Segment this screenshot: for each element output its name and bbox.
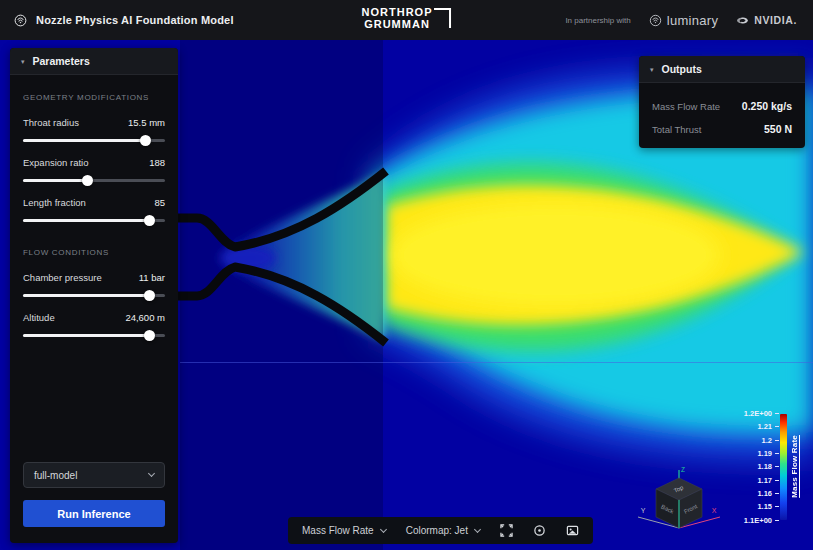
viewport-toolbar: Mass Flow Rate Colormap: Jet (288, 517, 593, 544)
gizmo-axis-z: Z (681, 466, 685, 473)
northrop-grumman-logo: NORTHROP GRUMMAN (362, 7, 452, 30)
luminary-logo: luminary (649, 13, 719, 28)
run-inference-button[interactable]: Run Inference (23, 500, 165, 527)
slider-label: Chamber pressure (23, 272, 102, 283)
slider-value: 85 (154, 197, 165, 208)
slider-track[interactable] (23, 139, 165, 142)
collapse-caret-icon: ▾ (21, 58, 25, 65)
slider-length-fraction: Length fraction 85 (23, 197, 165, 222)
colorbar-tick: 1.19 (744, 447, 779, 460)
slider-label: Expansion ratio (23, 157, 88, 168)
model-select[interactable]: full-model (23, 462, 165, 488)
luminary-icon (649, 14, 662, 27)
output-label: Mass Flow Rate (652, 101, 720, 112)
section-flow-conditions: FLOW CONDITIONS (23, 248, 165, 257)
field-select-value: Mass Flow Rate (302, 525, 374, 536)
app-window: Nozzle Physics AI Foundation Model NORTH… (0, 0, 813, 550)
output-row-total-thrust: Total Thrust 550 N (652, 123, 792, 135)
section-geometry-modifications: GEOMETRY MODIFICATIONS (23, 93, 165, 102)
slider-thumb[interactable] (82, 175, 93, 186)
colorbar-tick: 1.21 (744, 420, 779, 433)
colorbar-tick: 1.15 (744, 500, 779, 513)
outputs-title: Outputs (662, 63, 702, 75)
gizmo-axis-x: X (712, 507, 717, 514)
luminary-wordmark: luminary (667, 13, 719, 28)
ng-bracket-mark (434, 8, 451, 28)
field-select[interactable]: Mass Flow Rate (302, 525, 386, 536)
gizmo-axis-y: Y (641, 507, 646, 514)
ng-line1: NORTHROP (362, 7, 433, 19)
orientation-gizmo[interactable]: Top Back Front Y X Z (630, 460, 725, 538)
colormap-select-value: Colormap: Jet (406, 525, 468, 536)
colorbar-tick: 1.2 (744, 434, 779, 447)
outputs-panel-header[interactable]: ▾ Outputs (639, 56, 805, 83)
output-label: Total Thrust (652, 124, 701, 135)
ng-line2: GRUMMAN (362, 19, 433, 31)
parameters-panel-header[interactable]: ▾ Parameters (10, 48, 178, 75)
chevron-down-icon (474, 525, 481, 532)
slider-label: Length fraction (23, 197, 86, 208)
colorbar-tick: 1.17 (744, 473, 779, 486)
chevron-down-icon (380, 525, 387, 532)
colorbar: 1.2E+00 1.21 1.2 1.19 1.18 1.17 1.16 1.1… (744, 407, 799, 527)
domain-boundary-line (180, 362, 813, 363)
slider-chamber-pressure: Chamber pressure 11 bar (23, 272, 165, 297)
slider-throat-radius: Throat radius 15.5 mm (23, 117, 165, 142)
slider-label: Throat radius (23, 117, 79, 128)
slider-track[interactable] (23, 334, 165, 337)
slider-thumb[interactable] (144, 215, 155, 226)
collapse-caret-icon: ▾ (650, 66, 654, 73)
slider-label: Altitude (23, 312, 55, 323)
nvidia-wordmark: NVIDIA. (754, 14, 797, 26)
fullscreen-icon[interactable] (500, 524, 513, 537)
colorbar-title: Mass Flow Rate (790, 435, 799, 498)
colorbar-tick: 1.18 (744, 460, 779, 473)
colorbar-tick: 1.1E+00 (744, 513, 779, 526)
parameters-title: Parameters (33, 55, 90, 67)
slider-expansion-ratio: Expansion ratio 188 (23, 157, 165, 182)
app-title: Nozzle Physics AI Foundation Model (36, 14, 234, 26)
slider-value: 188 (149, 157, 165, 168)
model-select-value: full-model (34, 470, 77, 481)
nvidia-eye-icon (736, 14, 749, 27)
outputs-panel: ▾ Outputs Mass Flow Rate 0.250 kg/s Tota… (639, 56, 805, 148)
slider-value: 11 bar (139, 272, 165, 283)
partnership-label: In partnership with (565, 16, 630, 25)
colorbar-gradient (780, 414, 787, 520)
slider-value: 24,600 m (125, 312, 165, 323)
recenter-icon[interactable] (533, 524, 546, 537)
slider-value: 15.5 mm (128, 117, 165, 128)
slider-thumb[interactable] (144, 290, 155, 301)
output-row-mass-flow-rate: Mass Flow Rate 0.250 kg/s (652, 100, 792, 112)
colormap-select[interactable]: Colormap: Jet (406, 525, 480, 536)
slider-thumb[interactable] (140, 135, 151, 146)
colorbar-ticks: 1.2E+00 1.21 1.2 1.19 1.18 1.17 1.16 1.1… (744, 407, 779, 527)
output-value: 0.250 kg/s (742, 100, 792, 112)
slider-track[interactable] (23, 294, 165, 297)
output-value: 550 N (764, 123, 792, 135)
slider-track[interactable] (23, 219, 165, 222)
slider-track[interactable] (23, 179, 165, 182)
header-bar: Nozzle Physics AI Foundation Model NORTH… (0, 0, 813, 40)
parameters-panel: ▾ Parameters GEOMETRY MODIFICATIONS Thro… (10, 48, 178, 543)
colorbar-tick: 1.2E+00 (744, 407, 779, 420)
slider-altitude: Altitude 24,600 m (23, 312, 165, 337)
app-logo-icon (14, 14, 27, 27)
chevron-down-icon (148, 470, 155, 477)
colorbar-tick: 1.16 (744, 487, 779, 500)
screenshot-icon[interactable] (566, 524, 579, 537)
nvidia-logo: NVIDIA. (736, 14, 797, 27)
